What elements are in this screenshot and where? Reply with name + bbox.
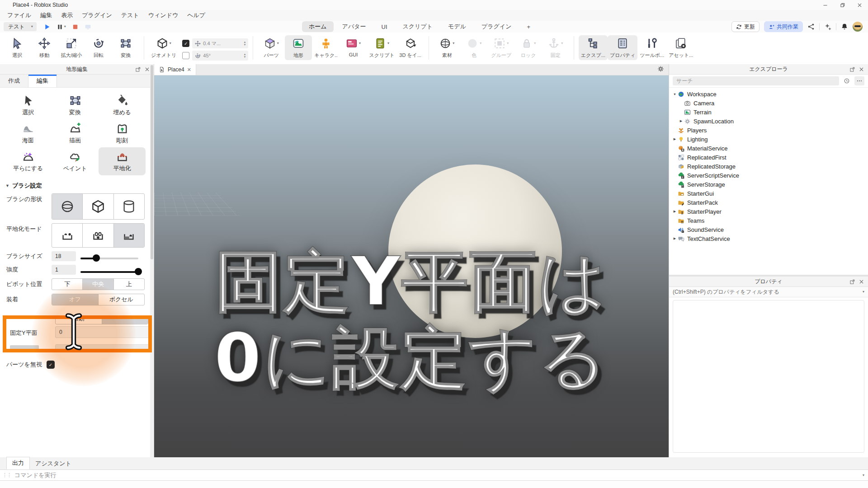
- segment-shape-cube[interactable]: [82, 194, 113, 219]
- chevron-down-icon[interactable]: ▾: [859, 474, 868, 477]
- ribbon-button-material[interactable]: ▾素材: [434, 35, 461, 60]
- ribbon-button-character[interactable]: キャラク..: [312, 35, 340, 60]
- tree-item-ServerStorage[interactable]: ServerStorage: [669, 180, 868, 189]
- expand-right-icon[interactable]: ▶: [672, 237, 678, 240]
- snap-value-field[interactable]: 0.4 マ...▴▾: [192, 38, 248, 48]
- ribbon-tab-モデル[interactable]: モデル: [441, 21, 473, 32]
- 3d-scene-canvas[interactable]: 固定Y平面は 0に設定する: [154, 75, 669, 457]
- segment-mode-1[interactable]: [52, 224, 82, 247]
- brush-settings-section[interactable]: ▼ ブラシ設定: [0, 175, 154, 193]
- ignore-parts-checkbox[interactable]: ✓: [47, 361, 55, 369]
- ribbon-button-gui[interactable]: ▾GUI: [340, 35, 367, 59]
- close-tab-icon[interactable]: ✕: [187, 67, 191, 73]
- strength-input[interactable]: 1: [52, 265, 76, 275]
- menu-item-テスト[interactable]: テスト: [117, 10, 144, 21]
- snap-checkbox[interactable]: [182, 52, 189, 59]
- explorer-more-button[interactable]: [854, 76, 864, 85]
- tree-item-Camera[interactable]: Camera: [669, 99, 868, 108]
- menu-item-プラグイン[interactable]: プラグイン: [77, 10, 117, 21]
- search-history-button[interactable]: [842, 76, 852, 85]
- maximize-button[interactable]: [834, 0, 851, 10]
- tree-item-Teams[interactable]: Teams: [669, 216, 868, 225]
- share-icon[interactable]: [807, 23, 815, 30]
- terrain-tool-平らにする[interactable]: 平らにする: [5, 147, 52, 175]
- tree-item-ReplicatedFirst[interactable]: ReplicatedFirst: [669, 153, 868, 162]
- stepper-icon[interactable]: ▴▾: [244, 53, 246, 58]
- ribbon-button-lock[interactable]: ▾ロック: [515, 35, 542, 60]
- ribbon-button-explorer[interactable]: エクスプ...: [579, 35, 608, 60]
- selected-option[interactable]: [102, 315, 148, 324]
- tree-item-ServerScriptService[interactable]: ServerScriptService: [669, 171, 868, 180]
- play-button[interactable]: [44, 23, 51, 30]
- ribbon-button-toolbox[interactable]: ツールボ...: [637, 35, 666, 60]
- tree-item-MaterialService[interactable]: MaterialService: [669, 144, 868, 153]
- device-button[interactable]: [85, 23, 91, 30]
- snap-value-field[interactable]: 45°▴▾: [192, 51, 248, 61]
- ribbon-button-cursor[interactable]: 選択: [4, 35, 31, 60]
- strength-slider[interactable]: [80, 271, 138, 273]
- tree-item-StarterPack[interactable]: StarterPack: [669, 198, 868, 207]
- tree-item-SpawnLocation[interactable]: ▶SpawnLocation: [669, 117, 868, 126]
- ribbon-button-scale[interactable]: 拡大/縮小: [58, 35, 85, 60]
- popout-icon[interactable]: [135, 66, 141, 72]
- terrain-tool-平地化[interactable]: 平地化: [99, 147, 146, 175]
- segment-mode-2[interactable]: [82, 224, 113, 247]
- bottom-tab-出力[interactable]: 出力: [6, 457, 30, 469]
- segment-shape-cyl[interactable]: [113, 194, 144, 219]
- ribbon-button-terrain[interactable]: 地形: [285, 35, 312, 60]
- pause-button[interactable]: ▾: [57, 23, 66, 30]
- ribbon-tab-UI[interactable]: UI: [375, 22, 394, 32]
- ribbon-button-color[interactable]: ▾色: [461, 35, 488, 60]
- popout-icon[interactable]: [849, 66, 855, 72]
- slider-knob[interactable]: [135, 268, 142, 275]
- brush-size-slider[interactable]: [80, 258, 138, 259]
- tree-item-SoundService[interactable]: SoundService: [669, 225, 868, 234]
- ribbon-button-geometry[interactable]: ▾ジオメトリ: [149, 35, 179, 60]
- ai-assistant-icon[interactable]: [824, 23, 831, 30]
- menu-item-ヘルプ[interactable]: ヘルプ: [183, 10, 210, 21]
- tree-item-Terrain[interactable]: Terrain: [669, 108, 868, 117]
- menu-item-表示[interactable]: 表示: [57, 10, 77, 21]
- ribbon-button-move[interactable]: 移動: [31, 35, 58, 60]
- tree-item-TextChatService[interactable]: ▶TextChatService: [669, 234, 868, 243]
- tree-item-Workspace[interactable]: ▼Workspace: [669, 89, 868, 99]
- ribbon-button-assets[interactable]: アセット...: [666, 35, 695, 60]
- menu-item-ウィンドウ[interactable]: ウィンドウ: [144, 10, 183, 21]
- terrain-tool-選択[interactable]: 選択: [5, 91, 52, 119]
- tree-item-StarterPlayer[interactable]: ▶StarterPlayer: [669, 207, 868, 216]
- segment-下[interactable]: 下: [52, 279, 82, 290]
- update-button[interactable]: 更新: [731, 21, 760, 32]
- tree-item-Lighting[interactable]: ▶Lighting: [669, 135, 868, 144]
- close-panel-icon[interactable]: [859, 66, 864, 72]
- segment-mode-3[interactable]: [113, 224, 144, 247]
- user-avatar[interactable]: [853, 22, 863, 32]
- ribbon-button-transform[interactable]: 変換: [112, 35, 139, 60]
- menu-item-ファイル[interactable]: ファイル: [3, 10, 36, 21]
- ribbon-button-part[interactable]: ▾パーツ: [258, 35, 285, 60]
- expand-down-icon[interactable]: ▼: [672, 93, 678, 96]
- terrain-panel-scrollbar[interactable]: [150, 64, 154, 457]
- terrain-tab-編集[interactable]: 編集: [28, 75, 57, 87]
- close-button[interactable]: [851, 0, 868, 10]
- auto-option[interactable]: 自動: [56, 315, 102, 324]
- terrain-tool-埋める[interactable]: 埋める: [99, 91, 146, 119]
- ribbon-button-rotate[interactable]: 回転: [85, 35, 112, 60]
- close-panel-icon[interactable]: [144, 66, 150, 72]
- terrain-tool-彫刻[interactable]: 彫刻: [99, 119, 146, 147]
- ribbon-button-script[interactable]: ▾スクリプト: [367, 35, 396, 60]
- place-document-tab[interactable]: Place4 ✕: [154, 64, 196, 75]
- ribbon-button-import3d[interactable]: 3D をイ...: [397, 35, 424, 60]
- ribbon-button-props[interactable]: プロパティ: [608, 35, 637, 60]
- properties-filter-input[interactable]: (Ctrl+Shift+P) のプロパティをフィルタする ▾: [669, 287, 868, 297]
- terrain-tool-ペイント[interactable]: ペイント: [52, 147, 99, 175]
- stop-button[interactable]: [72, 23, 79, 30]
- bottom-tab-アシスタント[interactable]: アシスタント: [30, 458, 77, 469]
- ribbon-button-anchor[interactable]: ▾固定: [542, 35, 569, 60]
- ribbon-tab-アバター[interactable]: アバター: [335, 21, 373, 32]
- ribbon-tab-プラグイン[interactable]: プラグイン: [475, 21, 519, 32]
- slider-knob[interactable]: [93, 254, 100, 262]
- ribbon-tab-スクリプト[interactable]: スクリプト: [396, 21, 440, 32]
- terrain-tab-作成[interactable]: 作成: [0, 75, 28, 87]
- ribbon-tab-ホーム[interactable]: ホーム: [302, 21, 334, 32]
- stepper-icon[interactable]: ▴▾: [244, 41, 246, 46]
